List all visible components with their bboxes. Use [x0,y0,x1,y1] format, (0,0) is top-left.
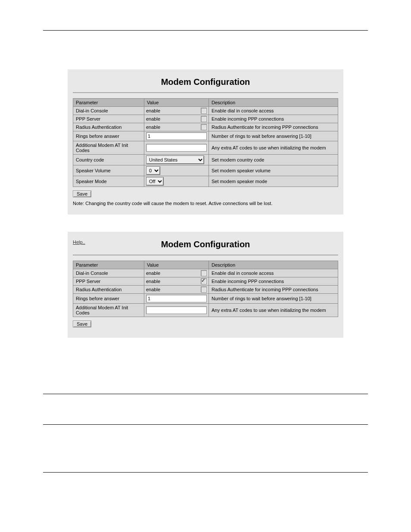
table-row: Additional Modem AT Init CodesAny extra … [73,304,338,317]
value-cell: United States [144,155,209,165]
description-cell: Any extra AT codes to use when initializ… [209,141,338,155]
description-cell: Enable dial in console access [209,107,338,115]
table-row: Dial-in ConsoleenableEnable dial in cons… [73,269,338,277]
checkbox[interactable] [201,286,207,292]
enable-label: enable [146,116,199,121]
checkbox[interactable] [201,270,207,276]
header-parameter: Parameter [73,261,144,269]
table-row: Radius AuthenticationenableRadius Authen… [73,286,338,294]
panel-title: Modem Configuration [68,69,343,92]
table-row: Additional Modem AT Init CodesAny extra … [73,141,338,155]
select-box[interactable]: 0 [146,166,160,175]
value-cell: 0 [144,165,209,176]
panel-title: Modem Configuration [68,232,343,255]
enable-label: enable [146,279,199,284]
value-cell [144,131,209,141]
description-cell: Enable incoming PPP connections [209,277,338,286]
table-row: Speaker Volume0Set modem speaker volume [73,165,338,176]
table-row: Rings before answerNumber of rings to wa… [73,294,338,304]
value-cell: enable [144,269,209,277]
enable-label: enable [146,108,199,113]
help-link[interactable]: Help.. [73,240,85,245]
select-box[interactable]: Off [146,177,164,186]
param-cell: PPP Server [73,277,144,286]
param-cell: Additional Modem AT Init Codes [73,141,144,155]
value-cell: enable [144,277,209,286]
description-cell: Number of rings to wait before answering… [209,294,338,304]
header-description: Description [209,261,338,269]
header-value: Value [144,99,209,107]
table-row: Dial-in ConsoleenableEnable dial in cons… [73,107,338,115]
modem-config-panel-2: Help.. Modem Configuration Parameter Val… [68,232,343,338]
modem-config-panel-1: Modem Configuration Parameter Value Desc… [68,69,343,215]
checkbox[interactable] [201,108,207,114]
param-cell: Dial-in Console [73,269,144,277]
param-cell: Radius Authentication [73,286,144,294]
table-row: Country codeUnited StatesSet modem count… [73,155,338,165]
value-cell: enable [144,286,209,294]
config-table: Parameter Value Description Dial-in Cons… [73,98,338,187]
enable-label: enable [146,271,199,276]
table-row: PPP ServerenableEnable incoming PPP conn… [73,277,338,286]
value-cell [144,294,209,304]
checkbox[interactable] [201,278,207,284]
header-value: Value [144,261,209,269]
save-button[interactable]: Save [73,320,91,327]
text-input[interactable] [146,306,207,314]
value-cell [144,141,209,155]
header-description: Description [209,99,338,107]
description-cell: Number of rings to wait before answering… [209,131,338,141]
param-cell: Speaker Mode [73,176,144,187]
title-underline [73,92,338,93]
description-cell: Enable dial in console access [209,269,338,277]
table-row: Speaker ModeOffSet modem speaker mode [73,176,338,187]
param-cell: Additional Modem AT Init Codes [73,304,144,317]
description-cell: Set modem speaker mode [209,176,338,187]
param-cell: Dial-in Console [73,107,144,115]
enable-label: enable [146,287,199,292]
text-input[interactable] [146,295,207,302]
value-cell [144,304,209,317]
header-parameter: Parameter [73,99,144,107]
param-cell: Rings before answer [73,131,144,141]
text-input[interactable] [146,144,207,152]
value-cell: Off [144,176,209,187]
checkbox[interactable] [201,116,207,122]
description-cell: Set modem country code [209,155,338,165]
description-cell: Enable incoming PPP connections [209,115,338,123]
config-table: Parameter Value Description Dial-in Cons… [73,261,338,317]
description-cell: Any extra AT codes to use when initializ… [209,304,338,317]
enable-label: enable [146,124,199,130]
note-text: Note: Changing the country code will cau… [73,201,338,206]
checkbox[interactable] [201,124,207,130]
description-cell: Radius Authenticate for incoming PPP con… [209,123,338,131]
param-cell: Speaker Volume [73,165,144,176]
description-cell: Set modem speaker volume [209,165,338,176]
param-cell: Rings before answer [73,294,144,304]
param-cell: PPP Server [73,115,144,123]
table-row: Rings before answerNumber of rings to wa… [73,131,338,141]
save-button[interactable]: Save [73,190,91,197]
value-cell: enable [144,115,209,123]
value-cell: enable [144,123,209,131]
select-box[interactable]: United States [146,156,204,164]
param-cell: Country code [73,155,144,165]
table-row: Radius AuthenticationenableRadius Authen… [73,123,338,131]
value-cell: enable [144,107,209,115]
param-cell: Radius Authentication [73,123,144,131]
table-row: PPP ServerenableEnable incoming PPP conn… [73,115,338,123]
text-input[interactable] [146,132,207,140]
description-cell: Radius Authenticate for incoming PPP con… [209,286,338,294]
title-underline [73,255,338,255]
